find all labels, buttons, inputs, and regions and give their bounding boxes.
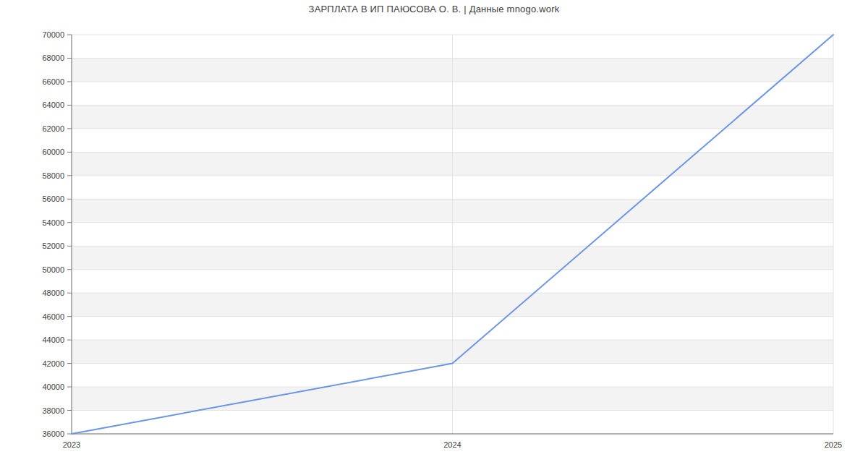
y-tick-label: 70000: [42, 30, 64, 39]
y-tick-label: 58000: [42, 171, 64, 180]
y-tick-label: 46000: [42, 312, 64, 321]
x-tick-label: 2024: [443, 440, 461, 449]
y-tick-label: 40000: [42, 383, 64, 391]
y-tick-label: 42000: [42, 359, 64, 368]
y-tick-label: 54000: [42, 218, 64, 227]
y-tick-label: 64000: [42, 101, 64, 109]
y-tick-label: 38000: [42, 406, 64, 415]
y-tick-label: 48000: [42, 289, 64, 297]
x-tick-label: 2025: [825, 440, 842, 449]
y-tick-label: 36000: [42, 430, 64, 438]
y-tick-label: 50000: [42, 265, 64, 274]
y-tick-label: 62000: [42, 124, 64, 133]
y-tick-label: 60000: [42, 148, 64, 156]
salary-chart-canvas: ЗАРПЛАТА В ИП ПАЮСОВА О. В. | Данные mno…: [0, 0, 868, 470]
x-tick-label: 2023: [63, 440, 80, 449]
y-tick-label: 68000: [42, 54, 64, 62]
y-tick-label: 44000: [42, 336, 64, 344]
chart-title: ЗАРПЛАТА В ИП ПАЮСОВА О. В. | Данные mno…: [0, 4, 868, 14]
y-tick-label: 52000: [42, 242, 64, 250]
salary-line-chart: 3600038000400004200044000460004800050000…: [0, 0, 868, 470]
y-tick-label: 56000: [42, 195, 64, 203]
y-tick-label: 66000: [42, 77, 64, 86]
